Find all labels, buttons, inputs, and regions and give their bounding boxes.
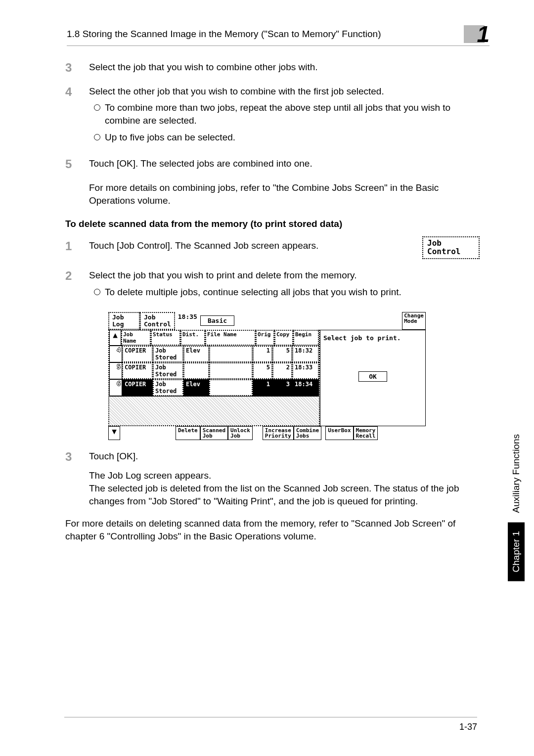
col-begin: Begin: [293, 330, 319, 346]
step-number: 1: [54, 239, 89, 259]
unlock-job-button[interactable]: UnlockJob: [228, 426, 253, 440]
job-control-button[interactable]: Job Control: [422, 236, 480, 259]
step-3b: 3 Touch [OK]. The Job Log screen appears…: [54, 450, 480, 508]
delete-button[interactable]: Delete: [176, 426, 200, 440]
combine-jobs-button[interactable]: CombineJobs: [294, 426, 321, 440]
chapter-number: 1: [477, 23, 490, 45]
clock: 18:35: [175, 312, 200, 329]
step-3a: 3 Select the job that you wish to combin…: [54, 61, 480, 75]
sub-text: Up to five jobs can be selected.: [105, 131, 480, 144]
change-mode-button[interactable]: Change Mode: [402, 312, 426, 329]
tab-job-control[interactable]: Job Control: [140, 312, 175, 329]
step-text: Select the other job that you wish to co…: [89, 85, 480, 98]
col-file-name: File Name: [205, 330, 256, 346]
sub-bullet: Up to five jobs can be selected.: [94, 131, 480, 144]
tab-job-log[interactable]: Job Log: [108, 312, 140, 329]
step-5a: 5 Touch [OK]. The selected jobs are comb…: [54, 157, 480, 172]
sub-text: To delete multiple jobs, continue select…: [105, 286, 480, 299]
table-row[interactable]: 5 COPIER JobStored 5 2 18:33: [109, 362, 319, 379]
step-number: 4: [54, 85, 89, 148]
bullet-icon: [94, 286, 105, 298]
step-after-text: The Job Log screen appears.: [89, 469, 480, 482]
increase-priority-button[interactable]: IncreasePriority: [263, 426, 294, 440]
col-copy: Copy: [274, 330, 293, 346]
step-text: Touch [Job Control]. The Scanned Job scr…: [89, 239, 480, 252]
memory-recall-button[interactable]: MemoryRecall: [354, 426, 378, 440]
step-number: 3: [54, 450, 89, 508]
scanned-job-screen: Job Log Job Control 18:35 Basic Change M…: [54, 312, 480, 440]
step-text: Touch [OK].: [89, 450, 480, 463]
sub-bullet: To combine more than two jobs, repeat th…: [94, 101, 480, 127]
job-control-l2: Control: [427, 248, 475, 256]
scroll-up-button[interactable]: ▲: [109, 330, 121, 346]
page-content: 3 Select the job that you wish to combin…: [54, 61, 480, 542]
closing-paragraph: For more details on deleting scanned dat…: [65, 517, 480, 542]
chapter-badge: 1: [464, 25, 490, 44]
footer-rule: [64, 717, 477, 717]
side-tabs: Chapter 1 Auxiliary Functions: [507, 0, 525, 581]
bullet-icon: [94, 131, 105, 143]
step-1b: 1 Job Control Touch [Job Control]. The S…: [54, 239, 480, 259]
step-number: 5: [54, 157, 89, 172]
step-2b: 2 Select the job that you wish to print …: [54, 269, 480, 302]
col-status: Status: [151, 330, 180, 346]
subheading: To delete scanned data from the memory (…: [65, 219, 480, 229]
col-dist: Dist.: [180, 330, 205, 346]
scroll-down-button[interactable]: ▼: [108, 426, 120, 440]
empty-rows: [109, 396, 319, 425]
table-row[interactable]: 6 COPIER JobStored Elev 1 3 18:34: [109, 379, 319, 396]
step-number: 3: [54, 61, 89, 75]
step-4a: 4 Select the other job that you wish to …: [54, 85, 480, 148]
sidebar-chapter: Chapter 1: [508, 522, 525, 581]
col-orig: Orig: [256, 330, 274, 346]
step-after-text: The selected job is deleted from the lis…: [89, 482, 480, 507]
page-number: 1-37: [459, 722, 477, 732]
bullet-icon: [94, 101, 105, 113]
sidebar-section: Auxiliary Functions: [508, 425, 525, 522]
scanned-job-button[interactable]: ScannedJob: [200, 426, 228, 440]
step-number: 2: [54, 269, 89, 302]
sub-text: To combine more than two jobs, repeat th…: [105, 101, 480, 127]
sub-bullet: To delete multiple jobs, continue select…: [94, 286, 480, 299]
col-job-name: JobName: [121, 330, 151, 346]
page-header: 1.8 Storing the Scanned Image in the Mem…: [67, 25, 490, 46]
ok-button[interactable]: OK: [358, 371, 387, 382]
step-after-text: For more details on combining jobs, refe…: [89, 181, 480, 207]
userbox-button[interactable]: UserBox: [325, 426, 353, 440]
basic-label: Basic: [200, 315, 234, 326]
step-text: Touch [OK]. The selected jobs are combin…: [89, 157, 480, 172]
table-row[interactable]: 4 COPIER JobStored Elev 1 5 18:32: [109, 346, 319, 362]
step-text: Select the job that you wish to print an…: [89, 269, 480, 282]
prompt-text: Select job to print.: [323, 334, 422, 342]
step-text: Select the job that you wish to combine …: [89, 61, 480, 75]
section-title: 1.8 Storing the Scanned Image in the Mem…: [67, 29, 464, 40]
